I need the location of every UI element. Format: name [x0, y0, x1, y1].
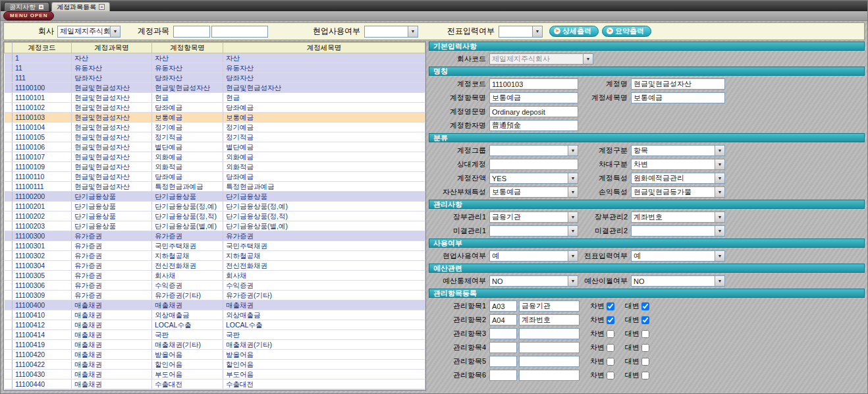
form-select[interactable]: 차변▼ [631, 159, 725, 170]
table-row[interactable]: 11100420매출채권받을어음받을어음 [5, 350, 425, 360]
table-row[interactable]: 111당좌자산당좌자산당좌자산 [5, 73, 425, 83]
mgmt-name-input[interactable] [519, 314, 580, 325]
form-select[interactable]: 항목▼ [631, 145, 725, 156]
form-select[interactable]: NO▼ [489, 275, 578, 287]
credit-checkbox[interactable] [641, 344, 649, 352]
field-use-select[interactable]: ▼ [364, 26, 418, 38]
mgmt-code-input[interactable] [489, 356, 517, 367]
form-select[interactable]: 현금및현금등가물▼ [631, 186, 725, 198]
table-row[interactable]: 11100302유가증권지하철공채지하철공채 [5, 251, 425, 261]
slip-entry-select[interactable]: ▼ [499, 26, 543, 38]
table-row[interactable]: 11100305유가증권회사채회사채 [5, 271, 425, 281]
table-row[interactable]: 11100202단기금융상품단기금융상품(정,적)단기금융상품(정,적) [5, 211, 425, 221]
form-select[interactable]: ▼ [631, 225, 725, 237]
table-row[interactable]: 11100103현금및현금성자산보통예금보통예금 [5, 113, 425, 123]
mgmt-name-input[interactable] [519, 370, 580, 381]
table-row[interactable]: 11100306유가증권수익증권수익증권 [5, 281, 425, 291]
debit-checkbox[interactable] [607, 302, 614, 310]
credit-checkbox[interactable] [641, 302, 649, 310]
account-code-input[interactable] [173, 26, 210, 38]
form-select[interactable]: 계좌번호▼ [631, 211, 725, 223]
form-select[interactable]: ▼ [489, 145, 578, 156]
table-row[interactable]: 11100106현금및현금성자산별단예금별단예금 [5, 142, 425, 152]
form-select[interactable]: 원화예적금관리▼ [631, 173, 725, 184]
debit-checkbox[interactable] [607, 344, 614, 352]
table-row[interactable]: 11100107현금및현금성자산외화예금외화예금 [5, 152, 425, 162]
table-cell: 11100111 [13, 182, 72, 192]
mgmt-name-input[interactable] [519, 328, 580, 339]
table-cell: 당좌예금 [223, 103, 425, 113]
close-icon[interactable]: × [99, 4, 105, 10]
table-row[interactable]: 11100109현금및현금성자산외화적금외화적금 [5, 162, 425, 172]
form-select[interactable]: 보통예금▼ [489, 186, 578, 198]
form-select[interactable]: 금융기관▼ [489, 211, 578, 223]
table-row[interactable]: 11100101현금및현금성자산현금현금 [5, 93, 425, 103]
form-input[interactable] [631, 78, 725, 90]
mgmt-name-input[interactable] [519, 342, 580, 353]
table-cell: 현금및현금성자산 [72, 132, 152, 142]
table-row[interactable]: 11100309유가증권유가증권(기타)유가증권(기타) [5, 291, 425, 300]
table-row[interactable]: 11100304유가증권전신전화채권전신전화채권 [5, 261, 425, 271]
credit-checkbox[interactable] [641, 316, 649, 324]
table-row[interactable]: 11100100현금및현금성자산현금및현금성자산현금및현금성자산 [5, 83, 425, 93]
mgmt-code-input[interactable] [489, 328, 517, 339]
mgmt-code-input[interactable] [489, 314, 517, 325]
mgmt-name-input[interactable] [519, 356, 580, 367]
form-input[interactable] [631, 92, 725, 103]
credit-checkbox[interactable] [641, 372, 649, 380]
form-input[interactable] [489, 106, 578, 117]
table-row[interactable]: 11100422매출채권할인어음할인어음 [5, 360, 425, 370]
summary-print-button[interactable]: ➤ 요약출력 [602, 26, 651, 37]
form-input[interactable] [489, 92, 578, 103]
table-row[interactable]: 11100410매출채권외상매출금외상매출금 [5, 310, 425, 320]
mgmt-code-input[interactable] [489, 300, 517, 312]
header-indicator [5, 43, 13, 53]
credit-checkbox[interactable] [641, 358, 649, 366]
table-row[interactable]: 11100412매출채권LOCAL수출LOCAL수출 [5, 320, 425, 330]
credit-checkbox[interactable] [641, 330, 649, 338]
tab-account-registration[interactable]: 계정과목등록 × [51, 2, 110, 11]
table-row[interactable]: 11100111현금및현금성자산특정현금과예금특정현금과예금 [5, 182, 425, 192]
debit-checkbox[interactable] [607, 330, 614, 338]
detail-print-button[interactable]: ➤ 상세출력 [549, 26, 599, 37]
form-input[interactable] [489, 78, 578, 90]
debit-checkbox[interactable] [607, 316, 614, 324]
menu-open-button[interactable]: MENU OPEN [3, 11, 54, 20]
table-row[interactable]: 1자산자산자산 [5, 53, 425, 63]
table-row[interactable]: 11100102현금및현금성자산당좌예금당좌예금 [5, 103, 425, 113]
table-row[interactable]: 11100110현금및현금성자산당좌예금당좌예금 [5, 172, 425, 182]
form-input[interactable] [489, 120, 578, 131]
table-row[interactable]: 11100414매출채권국판국판 [5, 330, 425, 340]
debit-checkbox[interactable] [607, 358, 614, 366]
form-input[interactable] [489, 159, 578, 170]
table-row[interactable]: 11100200단기금융상품단기금융상품단기금융상품 [5, 192, 425, 202]
table-row[interactable]: 11100440매출채권수출대전수출대전 [5, 380, 425, 389]
form-select[interactable]: 예▼ [489, 250, 578, 262]
account-name-input[interactable] [211, 26, 268, 38]
table-row[interactable]: 11100301유가증권국민주택채권국민주택채권 [5, 241, 425, 251]
table-row[interactable]: 11유동자산유동자산유동자산 [5, 63, 425, 73]
table-row[interactable]: 11100104현금및현금성자산정기예금정기예금 [5, 123, 425, 132]
mgmt-name-input[interactable] [519, 300, 580, 312]
table-row[interactable]: 11100300유가증권유가증권유가증권 [5, 231, 425, 241]
form-select[interactable]: NO▼ [631, 275, 725, 287]
table-row[interactable]: 11100201단기금융상품단기금융상품(정,예)단기금융상품(정,예) [5, 202, 425, 211]
form-select[interactable]: YES▼ [489, 173, 578, 184]
mgmt-code-input[interactable] [489, 370, 517, 381]
form-select[interactable]: ▼ [489, 225, 578, 237]
debit-checkbox[interactable] [607, 372, 614, 380]
table-row[interactable]: 11100500매출채권대손충당금매출채권대손충당금매출채권대손충당금 [5, 389, 425, 391]
table-row[interactable]: 11100203단기금융상품단기금융상품(별,예)단기금융상품(별,예) [5, 221, 425, 231]
table-row[interactable]: 11100430매출채권부도어음부도어음 [5, 370, 425, 380]
table-row[interactable]: 11100419매출채권매출채권(기타)매출채권(기타) [5, 340, 425, 350]
close-icon[interactable]: × [38, 4, 44, 10]
table-cell: 매출채권 [72, 320, 152, 330]
tab-notice[interactable]: 공지사항 × [4, 2, 49, 11]
company-select[interactable]: 제일제지주식회사 ▼ [57, 26, 121, 38]
table-row[interactable]: 11100105현금및현금성자산정기적금정기적금 [5, 132, 425, 142]
table-row[interactable]: 11100400매출채권매출채권매출채권 [5, 300, 425, 310]
form-select[interactable]: 예▼ [631, 250, 725, 262]
form-select[interactable]: 제일제지주식회사▼ [489, 53, 593, 65]
mgmt-code-input[interactable] [489, 342, 517, 353]
panel-section: 예산관련예산통제여부NO▼예산이월여부NO▼ [429, 264, 865, 287]
